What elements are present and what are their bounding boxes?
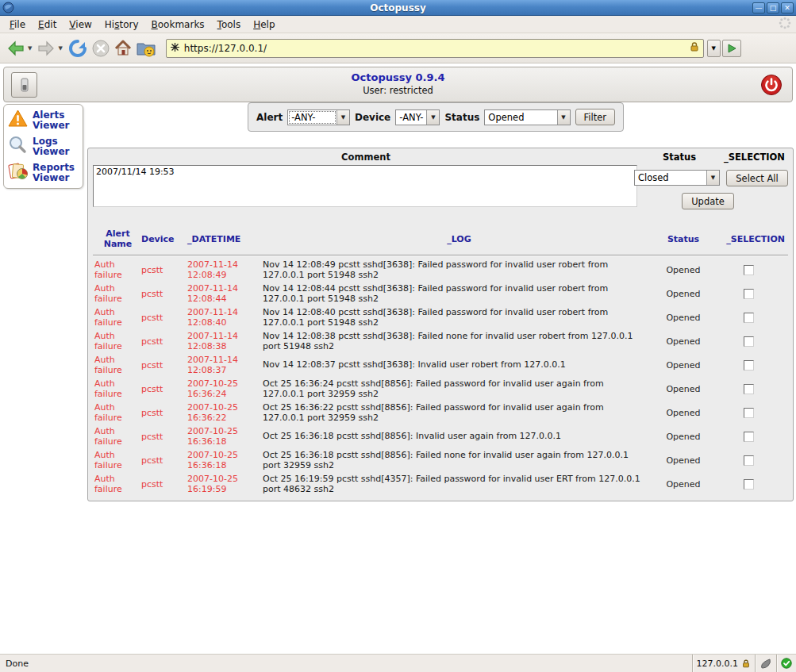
cell-datetime: 2007-11-1412:08:44: [187, 283, 263, 304]
status-text: Done: [6, 659, 29, 669]
app-user: User: restricted: [4, 85, 792, 97]
go-button[interactable]: [722, 40, 741, 57]
row-checkbox[interactable]: [744, 455, 754, 466]
device-filter-select[interactable]: -ANY-▼: [395, 109, 440, 125]
comment-label: Comment: [93, 152, 639, 163]
select-all-button[interactable]: Select All: [726, 170, 788, 186]
new-status-select[interactable]: Closed▼: [634, 170, 720, 186]
url-bar[interactable]: https://127.0.0.1/: [166, 39, 704, 58]
header-selection[interactable]: _SELECTION: [711, 234, 786, 244]
menu-item[interactable]: Bookmarks: [145, 17, 211, 32]
chevron-down-icon[interactable]: ▼: [336, 110, 349, 125]
row-checkbox[interactable]: [744, 265, 754, 275]
header-status[interactable]: Status: [656, 234, 711, 244]
sidebar-item-reports-viewer[interactable]: ReportsViewer: [7, 161, 79, 184]
status-column-label: Status: [644, 152, 715, 163]
cell-datetime: 2007-10-2516:36:18: [187, 450, 263, 470]
menu-item[interactable]: Edit: [32, 17, 63, 32]
table-row: Auth failure pcstt 2007-10-2516:36:18 Oc…: [94, 424, 786, 448]
logout-power-button[interactable]: [760, 74, 783, 96]
forward-button[interactable]: [35, 37, 57, 60]
cell-device: pcstt: [141, 432, 187, 442]
back-history-dropdown[interactable]: ▼: [28, 45, 32, 52]
alert-filter-select[interactable]: -ANY-▼: [287, 109, 350, 125]
url-text[interactable]: https://127.0.0.1/: [184, 43, 685, 54]
cell-device: pcstt: [141, 336, 187, 347]
site-favicon: [170, 40, 180, 56]
chevron-down-icon[interactable]: ▼: [557, 110, 570, 125]
chevron-down-icon[interactable]: ▼: [706, 171, 719, 185]
cell-alert-name: Auth failure: [94, 450, 141, 470]
cell-datetime: 2007-11-1412:08:37: [187, 355, 263, 375]
comment-textarea[interactable]: 2007/11/14 19:53: [93, 165, 637, 207]
back-button[interactable]: [5, 37, 27, 60]
header-datetime[interactable]: _DATETIME: [187, 234, 263, 244]
url-dropdown-button[interactable]: ▼: [707, 40, 721, 57]
cell-alert-name: Auth failure: [94, 259, 141, 280]
cell-status: Opened: [656, 384, 711, 394]
table-row: Auth failure pcstt 2007-10-2516:36:24 Oc…: [94, 377, 786, 401]
filter-button[interactable]: Filter: [575, 109, 615, 125]
cell-log: Nov 14 12:08:49 pcstt sshd[3638]: Failed…: [263, 259, 656, 280]
row-checkbox[interactable]: [744, 432, 754, 442]
cell-alert-name: Auth failure: [94, 378, 141, 399]
close-button[interactable]: ✕: [781, 2, 794, 13]
cell-alert-name: Auth failure: [94, 331, 141, 351]
header-device[interactable]: Device: [141, 234, 187, 244]
row-checkbox[interactable]: [744, 479, 754, 490]
row-checkbox[interactable]: [744, 408, 754, 418]
menu-items: File Edit View History Bookmarks Tools H…: [3, 17, 282, 32]
cell-device: pcstt: [141, 455, 187, 466]
cell-status: Opened: [656, 289, 711, 299]
stop-button[interactable]: [90, 37, 112, 60]
cell-log: Oct 25 16:36:24 pcstt sshd[8856]: Failed…: [263, 378, 656, 399]
cell-device: pcstt: [141, 479, 187, 490]
menu-item[interactable]: View: [63, 17, 98, 32]
cell-log: Nov 14 12:08:44 pcstt sshd[3638]: Failed…: [263, 283, 656, 304]
row-checkbox[interactable]: [744, 313, 754, 323]
table-row: Auth failure pcstt 2007-10-2516:36:22 Oc…: [94, 401, 786, 424]
row-checkbox[interactable]: [744, 360, 754, 371]
table-row: Auth failure pcstt 2007-11-1412:08:40 No…: [94, 305, 786, 329]
minimize-button[interactable]: —: [752, 2, 765, 13]
menu-item[interactable]: History: [98, 17, 145, 32]
cell-device: pcstt: [141, 265, 187, 275]
page-content: Octopussy 0.9.4 User: restricted AlertsV…: [0, 63, 796, 654]
chevron-down-icon[interactable]: ▼: [426, 110, 439, 125]
row-checkbox[interactable]: [744, 289, 754, 299]
extension-icon[interactable]: [755, 655, 776, 672]
status-filter-select[interactable]: Opened▼: [484, 109, 570, 125]
forward-history-dropdown[interactable]: ▼: [58, 45, 62, 52]
status-ok-icon[interactable]: [776, 655, 796, 672]
row-checkbox[interactable]: [744, 336, 754, 347]
cell-log: Oct 25 16:36:18 pcstt sshd[8856]: Invali…: [263, 431, 656, 441]
app-header: Octopussy 0.9.4 User: restricted: [3, 67, 793, 102]
magnifier-icon: [7, 135, 29, 158]
table-row: Auth failure pcstt 2007-11-1412:08:38 No…: [94, 329, 786, 353]
header-log[interactable]: _LOG: [263, 234, 656, 244]
table-row: Auth failure pcstt 2007-10-2516:36:18 Oc…: [94, 448, 786, 472]
sidebar-item-logs-viewer[interactable]: LogsViewer: [7, 135, 79, 158]
titlebar: Octopussy — □ ✕: [0, 0, 796, 16]
alert-triangle-icon: [7, 109, 29, 132]
secure-host-indicator[interactable]: 127.0.0.1: [692, 655, 755, 672]
urlbar-lock-icon: [689, 40, 700, 56]
header-alert-name[interactable]: Alert Name: [94, 228, 141, 249]
cell-alert-name: Auth failure: [94, 283, 141, 304]
menu-item[interactable]: Help: [247, 17, 281, 32]
cell-log: Oct 25 16:36:18 pcstt sshd[8856]: Failed…: [263, 450, 656, 470]
menu-item[interactable]: Tools: [211, 17, 248, 32]
bookmarks-folder-icon[interactable]: [134, 37, 158, 60]
cell-device: pcstt: [141, 289, 187, 299]
maximize-button[interactable]: □: [767, 2, 779, 13]
cell-device: pcstt: [141, 384, 187, 394]
browser-window: Octopussy — □ ✕ File Edit View History B…: [0, 0, 796, 672]
home-button[interactable]: [112, 37, 134, 60]
menu-item[interactable]: File: [3, 17, 32, 32]
table-row: Auth failure pcstt 2007-11-1412:08:44 No…: [94, 282, 786, 305]
row-checkbox[interactable]: [744, 384, 754, 394]
update-button[interactable]: Update: [682, 193, 734, 209]
sidebar-item-alerts-viewer[interactable]: AlertsViewer: [7, 109, 79, 132]
host-text: 127.0.0.1: [697, 659, 738, 669]
reload-button[interactable]: [66, 36, 90, 60]
